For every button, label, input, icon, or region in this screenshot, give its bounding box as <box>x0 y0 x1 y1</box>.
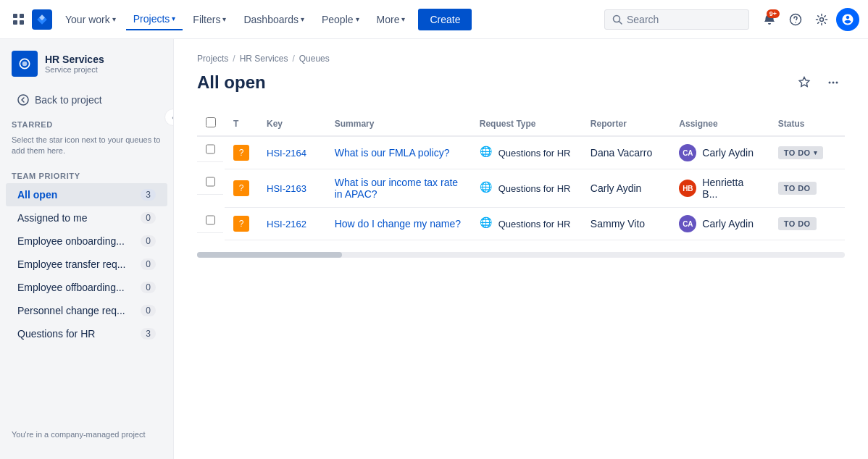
create-button[interactable]: Create <box>418 9 472 30</box>
nav-more[interactable]: More ▾ <box>370 9 413 30</box>
col-header-status[interactable]: Status <box>769 111 845 136</box>
issue-summary[interactable]: How do I change my name? <box>335 218 461 230</box>
breadcrumb-queues[interactable]: Queues <box>299 54 330 64</box>
nav-dashboards[interactable]: Dashboards ▾ <box>236 9 312 30</box>
request-type-cell: 🌐 Questions for HR <box>471 169 582 208</box>
nav-filters[interactable]: Filters ▾ <box>185 9 233 30</box>
assignee-cell: CA Carly Aydin <box>670 208 769 240</box>
starred-hint: Select the star icon next to your queues… <box>0 132 173 166</box>
col-header-key[interactable]: Key <box>258 111 326 136</box>
nav-people[interactable]: People ▾ <box>314 9 367 30</box>
chevron-down-icon: ▾ <box>222 15 226 23</box>
request-type-label: Questions for HR <box>498 183 571 194</box>
chevron-down-icon: ▾ <box>814 149 817 156</box>
issue-key[interactable]: HSI-2162 <box>267 219 306 230</box>
breadcrumb-projects[interactable]: Projects <box>197 54 228 64</box>
sidebar-item-personnel-change[interactable]: Personnel change req... 0 <box>6 299 167 322</box>
sidebar-footer: You're in a company-managed project <box>0 421 173 447</box>
col-header-summary[interactable]: Summary <box>326 111 471 136</box>
sidebar-item-employee-onboarding[interactable]: Employee onboarding... 0 <box>6 230 167 253</box>
issue-summary[interactable]: What is our income tax rate in APAC? <box>335 177 458 200</box>
select-all-checkbox[interactable] <box>206 117 216 127</box>
sidebar-item-badge-employee-onboarding: 0 <box>141 235 156 247</box>
reporter-name: Dana Vacarro <box>591 147 652 159</box>
star-icon <box>798 76 811 89</box>
col-header-reporter[interactable]: Reporter <box>582 111 671 136</box>
assignee-avatar: HB <box>679 180 696 197</box>
col-header-request-type[interactable]: Request Type <box>471 111 582 136</box>
sidebar-item-assigned-to-me[interactable]: Assigned to me 0 <box>6 206 167 230</box>
help-button[interactable] <box>784 8 807 31</box>
search-icon <box>612 14 622 25</box>
back-to-project-button[interactable]: Back to project <box>6 88 167 111</box>
col-header-type: T <box>225 111 258 136</box>
project-name: HR Services <box>45 54 104 65</box>
svg-point-5 <box>790 14 801 25</box>
request-type-label: Questions for HR <box>498 148 571 159</box>
star-button[interactable] <box>793 71 816 94</box>
issue-summary-cell: What is our income tax rate in APAC? <box>326 169 471 208</box>
starred-section-label: STARRED <box>0 111 173 132</box>
sidebar-item-employee-offboarding[interactable]: Employee offboarding... 0 <box>6 276 167 299</box>
issue-key[interactable]: HSI-2164 <box>267 148 306 159</box>
assignee-cell: CA Carly Aydin <box>670 136 769 169</box>
issue-key[interactable]: HSI-2163 <box>267 183 306 194</box>
assignee-avatar: CA <box>679 144 696 161</box>
svg-rect-1 <box>13 20 17 25</box>
issue-type-cell: ? <box>225 208 258 240</box>
scrollbar-thumb[interactable] <box>197 252 342 258</box>
chevron-down-icon: ▾ <box>401 15 405 23</box>
chevron-down-icon: ▾ <box>172 14 175 22</box>
reporter-cell: Sammy Vito <box>582 208 671 240</box>
svg-rect-0 <box>13 14 17 18</box>
request-type-icon: 🌐 <box>480 181 494 195</box>
nav-your-work[interactable]: Your work ▾ <box>58 9 123 30</box>
issue-type-cell: ? <box>225 136 258 169</box>
issue-type-icon: ? <box>233 216 249 232</box>
row-checkbox[interactable] <box>206 215 215 225</box>
sidebar-item-employee-transfer[interactable]: Employee transfer req... 0 <box>6 253 167 276</box>
status-badge: TO DO <box>778 182 817 195</box>
issue-summary-cell: How do I change my name? <box>326 208 471 240</box>
assignee-name: Carly Aydin <box>702 147 754 159</box>
avatar-icon <box>841 13 854 26</box>
horizontal-scrollbar[interactable] <box>197 252 845 258</box>
issue-key-cell: HSI-2162 <box>258 208 326 240</box>
settings-icon <box>815 13 828 26</box>
user-avatar[interactable] <box>836 8 859 31</box>
row-checkbox[interactable] <box>206 144 215 154</box>
service-project-icon <box>17 56 32 71</box>
row-checkbox-cell <box>197 169 223 195</box>
col-header-assignee[interactable]: Assignee <box>670 111 769 136</box>
sidebar-item-questions-for-hr[interactable]: Questions for HR 3 <box>6 322 167 345</box>
reporter-name: Sammy Vito <box>591 218 645 230</box>
assignee-name: Carly Aydin <box>702 218 754 230</box>
issue-key-cell: HSI-2164 <box>258 136 326 169</box>
status-cell: TO DO <box>769 208 845 240</box>
issue-key-cell: HSI-2163 <box>258 169 326 208</box>
chevron-down-icon: ▾ <box>356 15 359 23</box>
svg-point-11 <box>829 82 831 84</box>
issue-type-icon: ? <box>233 180 249 196</box>
row-checkbox[interactable] <box>206 177 215 187</box>
page-title: All open <box>197 72 266 93</box>
svg-point-13 <box>836 82 838 84</box>
notifications-button[interactable]: 9+ <box>758 8 781 31</box>
sidebar-item-badge-personnel-change: 0 <box>141 305 156 316</box>
reporter-cell: Dana Vacarro <box>582 136 671 169</box>
settings-button[interactable] <box>810 8 833 31</box>
assignee-name: Henrietta B... <box>702 177 760 200</box>
status-badge[interactable]: TO DO ▾ <box>778 146 823 159</box>
jira-logo[interactable] <box>32 9 52 30</box>
table-row: ? HSI-2164 What is our FMLA policy? 🌐 Qu… <box>197 136 845 169</box>
sidebar-item-badge-all-open: 3 <box>141 189 156 201</box>
issue-summary[interactable]: What is our FMLA policy? <box>335 147 450 159</box>
more-options-button[interactable] <box>822 71 845 94</box>
status-badge: TO DO <box>778 217 817 230</box>
grid-icon[interactable] <box>9 9 29 30</box>
search-bar[interactable]: Search <box>604 9 749 30</box>
breadcrumb-hr-services[interactable]: HR Services <box>240 54 288 64</box>
row-checkbox-cell <box>197 137 223 162</box>
sidebar-item-all-open[interactable]: All open 3 <box>6 183 167 206</box>
nav-projects[interactable]: Projects ▾ <box>126 9 183 30</box>
